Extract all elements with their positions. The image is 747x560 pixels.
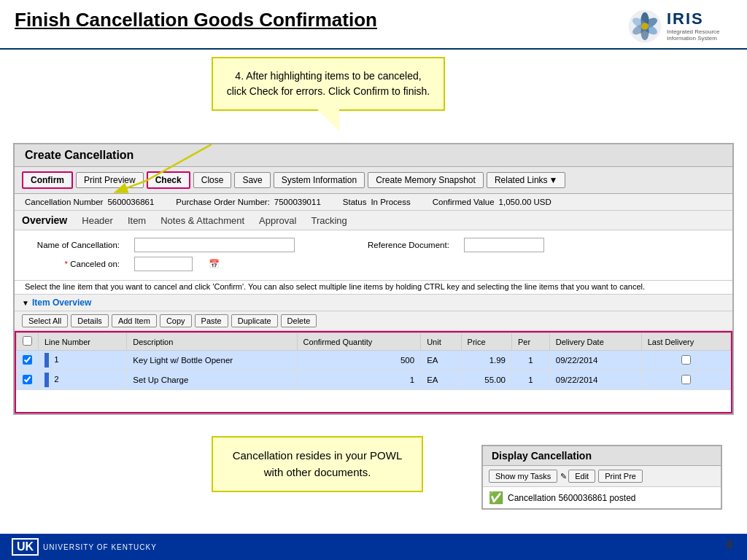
item-toolbar: Select All Details Add Item Copy Paste D… [15, 311, 732, 331]
tab-notes-attachment[interactable]: Notes & Attachment [160, 215, 244, 226]
page-number: 4 [725, 537, 732, 553]
col-header-delivery-date: Delivery Date [549, 333, 641, 351]
row-delivery-date: 09/22/2014 [549, 351, 641, 370]
row-price: 1.99 [461, 351, 511, 370]
col-header-last-delivery: Last Delivery [641, 333, 730, 351]
display-cancellation-title: Display Cancellation [483, 446, 721, 466]
print-preview-button[interactable]: Print Preview [76, 172, 144, 188]
paste-button[interactable]: Paste [195, 314, 228, 327]
confirmed-value: Confirmed Value 1,050.00 USD [433, 198, 551, 206]
display-cancellation-toolbar: Show my Tasks ✎ Edit Print Pre [483, 466, 721, 487]
tab-tracking[interactable]: Tracking [311, 215, 347, 226]
svg-point-7 [641, 23, 649, 30]
row-checkbox-cell [17, 351, 39, 370]
row-description: Key Light w/ Bottle Opener [127, 351, 297, 370]
canceled-on-label: * Canceled on: [25, 260, 120, 268]
form-row-name: Name of Cancellation: Reference Document… [25, 238, 722, 252]
col-header-confirmed-quantity: Confirmed Quantity [297, 333, 421, 351]
col-header-price: Price [461, 333, 511, 351]
duplicate-button[interactable]: Duplicate [231, 314, 278, 327]
calendar-icon[interactable]: 📅 [209, 259, 220, 269]
table-wrapper: Line Number Description Confirmed Quanti… [15, 331, 732, 413]
tab-overview[interactable]: Overview [22, 214, 67, 226]
select-all-button[interactable]: Select All [22, 314, 68, 327]
blue-bar [44, 353, 49, 368]
row-line-number: 1 [39, 351, 127, 370]
name-input[interactable] [134, 238, 295, 252]
ui-box: Create Cancellation Confirm Print Previe… [13, 143, 734, 415]
col-header-description: Description [127, 333, 297, 351]
row-last-delivery-checkbox[interactable] [681, 375, 691, 384]
tab-approval[interactable]: Approval [259, 215, 296, 226]
row-last-delivery-checkbox[interactable] [681, 355, 691, 365]
form-area: Name of Cancellation: Reference Document… [15, 230, 732, 281]
info-row: Cancellation Number 5600036861 Purchase … [15, 194, 732, 211]
copy-button[interactable]: Copy [160, 314, 192, 327]
callout-top: 4. After highlighting items to be cancel… [212, 57, 445, 111]
item-overview-label[interactable]: Item Overview [32, 298, 91, 308]
uk-box: UK [12, 538, 39, 556]
row-price: 55.00 [461, 370, 511, 390]
cancellation-status-text: Cancellation 5600036861 posted [508, 493, 635, 503]
tabs-row: Overview Header Item Notes & Attachment … [15, 211, 732, 230]
table-row[interactable]: 1 Key Light w/ Bottle Opener 500 EA 1.99… [17, 351, 731, 370]
dropdown-arrow-icon: ▼ [549, 175, 558, 185]
col-header-per: Per [512, 333, 550, 351]
row-line-number: 2 [39, 370, 127, 390]
col-header-line-number: Line Number [39, 333, 127, 351]
ui-box-title: Create Cancellation [15, 144, 732, 167]
status: Status In Process [343, 198, 411, 206]
callout-bottom: Cancellation resides in your POWL with o… [212, 436, 423, 492]
details-button[interactable]: Details [71, 314, 109, 327]
col-header-checkbox [17, 333, 39, 351]
name-label: Name of Cancellation: [25, 241, 120, 249]
delete-button[interactable]: Delete [281, 314, 317, 327]
check-button[interactable]: Check [147, 171, 190, 189]
canceled-on-input[interactable]: 03/03/2015 [134, 257, 193, 271]
triangle-icon: ▼ [22, 299, 29, 307]
tab-header[interactable]: Header [82, 215, 113, 226]
system-information-button[interactable]: System Information [274, 172, 365, 188]
row-confirmed-quantity: 1 [297, 370, 421, 390]
row-last-delivery [641, 351, 730, 370]
ref-doc-input[interactable] [464, 238, 544, 252]
po-number: Purchase Order Number: 7500039011 [176, 198, 320, 206]
table-row[interactable]: 2 Set Up Charge 1 EA 55.00 1 09/22/2014 [17, 370, 731, 390]
row-description: Set Up Charge [127, 370, 297, 390]
page-footer: UK University of Kentucky [0, 534, 747, 560]
iris-logo: IRIS Integrated Resource Information Sys… [627, 9, 732, 44]
edit-button[interactable]: Edit [568, 470, 595, 483]
ref-doc-label: Reference Document: [368, 241, 449, 249]
row-delivery-date: 09/22/2014 [549, 370, 641, 390]
display-cancellation-box: Display Cancellation Show my Tasks ✎ Edi… [481, 445, 722, 510]
row-checkbox[interactable] [23, 355, 32, 365]
row-checkbox-cell [17, 370, 39, 390]
show-my-tasks-button[interactable]: Show my Tasks [489, 470, 557, 483]
create-memory-snapshot-button[interactable]: Create Memory Snapshot [368, 172, 484, 188]
tab-item[interactable]: Item [128, 215, 146, 226]
row-unit: EA [421, 370, 461, 390]
iris-logo-text: IRIS Integrated Resource Information Sys… [667, 10, 732, 42]
row-confirmed-quantity: 500 [297, 351, 421, 370]
row-per: 1 [512, 370, 550, 390]
print-preview-button-display[interactable]: Print Pre [598, 470, 643, 483]
green-check-icon: ✅ [489, 491, 503, 505]
edit-icon: ✎ [560, 472, 567, 481]
item-overview-header: ▼ Item Overview [15, 295, 732, 311]
related-links-button[interactable]: Related Links ▼ [487, 172, 566, 188]
confirm-button[interactable]: Confirm [22, 171, 73, 189]
uk-logo: UK University of Kentucky [12, 538, 157, 556]
display-cancellation-status: ✅ Cancellation 5600036861 posted [483, 487, 721, 508]
close-button[interactable]: Close [193, 172, 232, 188]
cancellation-number: Cancellation Number 5600036861 [25, 198, 154, 206]
row-last-delivery [641, 370, 730, 390]
col-header-unit: Unit [421, 333, 461, 351]
instruction-text: Select the line item that you want to ca… [15, 281, 732, 295]
select-all-checkbox[interactable] [23, 336, 32, 346]
row-checkbox[interactable] [23, 375, 32, 384]
row-per: 1 [512, 351, 550, 370]
university-text: University of Kentucky [43, 543, 157, 551]
add-item-button[interactable]: Add Item [112, 314, 157, 327]
save-button[interactable]: Save [234, 172, 270, 188]
blue-bar [44, 373, 49, 387]
